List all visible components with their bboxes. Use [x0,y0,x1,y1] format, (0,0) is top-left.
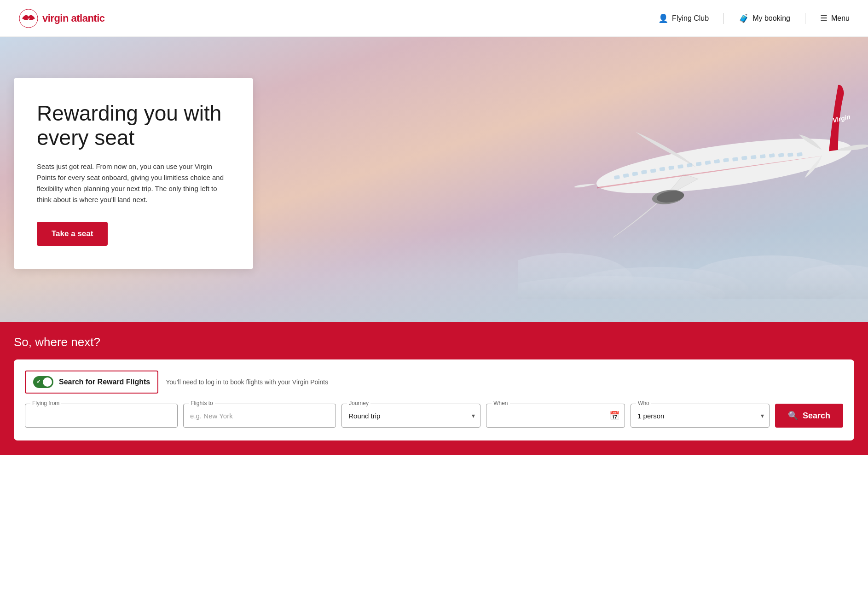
journey-field-group: Journey Round trip One way Multi-city ▾ [341,404,480,428]
menu-label: Menu [831,14,850,23]
my-booking-label: My booking [752,14,790,23]
search-section-title: So, where next? [14,335,854,349]
nav-divider [723,13,724,24]
svg-rect-11 [614,175,620,180]
reward-flights-info: You'll need to log in to book flights wi… [166,378,328,386]
svg-rect-26 [751,155,757,160]
journey-label: Journey [347,400,370,406]
reward-flights-toggle[interactable]: ✓ [33,376,53,388]
svg-rect-24 [732,157,738,162]
menu-icon: ☰ [820,13,827,23]
journey-select[interactable]: Round trip One way Multi-city [341,404,480,428]
search-button[interactable]: 🔍 Search [775,404,843,428]
when-input[interactable] [486,404,625,428]
main-nav: 👤 Flying Club 🧳 My booking ☰ Menu [658,13,850,24]
svg-rect-29 [778,153,784,157]
nav-divider-2 [805,13,805,24]
airplane-image: Virgin [518,60,868,299]
hero-card: Rewarding you with every seat Seats just… [14,78,253,269]
svg-rect-19 [687,163,693,168]
flying-from-input[interactable] [25,404,178,428]
svg-rect-22 [714,159,720,164]
when-date-wrapper: 📅 [486,404,625,428]
svg-rect-27 [760,154,766,159]
search-button-label: Search [803,411,830,421]
search-section: So, where next? ✓ Search for Reward Flig… [0,322,868,455]
hero-description: Seats just got real. From now on, you ca… [37,161,230,205]
svg-rect-15 [650,168,656,173]
hero-title: Rewarding you with every seat [37,101,230,150]
take-seat-button[interactable]: Take a seat [37,222,108,246]
hero-section: Virgin [0,37,868,322]
svg-rect-14 [641,170,647,174]
svg-rect-17 [668,166,674,170]
svg-rect-30 [787,152,793,157]
who-field-group: Who 1 person 2 people 3 people 4 people … [631,404,770,428]
search-container: ✓ Search for Reward Flights You'll need … [14,359,854,440]
flights-to-input[interactable] [183,404,336,428]
toggle-check-icon: ✓ [36,378,41,385]
flying-club-label: Flying Club [672,14,709,23]
reward-flights-label: Search for Reward Flights [59,378,150,386]
who-select-wrapper: 1 person 2 people 3 people 4 people 5 pe… [631,404,770,428]
journey-select-wrapper: Round trip One way Multi-city ▾ [341,404,480,428]
virgin-atlantic-logo-icon: V [18,8,39,29]
svg-rect-13 [632,172,638,176]
logo-text: virgin atlantic [42,12,105,24]
toggle-thumb [43,377,52,387]
svg-rect-16 [659,167,665,172]
menu-nav[interactable]: ☰ Menu [820,13,850,23]
flights-to-label: Flights to [189,400,215,406]
flights-to-field-group: Flights to [183,404,336,428]
when-label: When [492,400,509,406]
reward-toggle-row: ✓ Search for Reward Flights You'll need … [25,371,843,394]
svg-rect-25 [741,156,747,160]
svg-rect-23 [723,158,729,162]
flying-from-label: Flying from [30,400,61,406]
svg-rect-28 [769,153,775,158]
search-icon: 🔍 [788,411,798,421]
my-booking-nav[interactable]: 🧳 My booking [739,13,790,23]
when-field-group: When 📅 [486,404,625,428]
toggle-track: ✓ [33,376,53,388]
svg-rect-31 [797,152,803,157]
flying-from-field-group: Flying from [25,404,178,428]
svg-rect-21 [705,161,711,165]
svg-rect-12 [623,174,629,178]
logo[interactable]: V virgin atlantic [18,8,105,29]
svg-rect-20 [696,162,702,166]
airplane-svg: Virgin [518,60,868,299]
header: V virgin atlantic 👤 Flying Club 🧳 My boo… [0,0,868,37]
person-icon: 👤 [658,13,668,23]
flying-club-nav[interactable]: 👤 Flying Club [658,13,709,23]
search-fields-row: Flying from Flights to Journey Round tri… [25,404,843,428]
who-select[interactable]: 1 person 2 people 3 people 4 people 5 pe… [631,404,770,428]
who-label: Who [636,400,651,406]
bag-icon: 🧳 [739,13,749,23]
svg-rect-18 [677,164,683,169]
reward-toggle-box[interactable]: ✓ Search for Reward Flights [25,371,158,394]
